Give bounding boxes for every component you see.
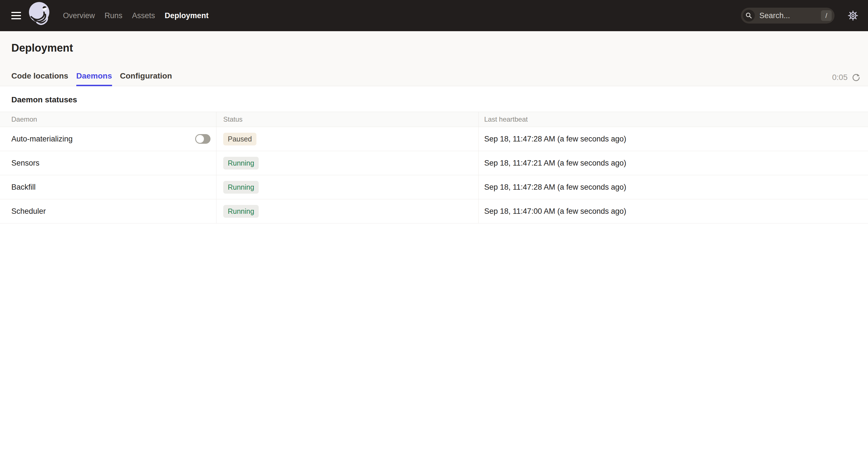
nav-link-runs[interactable]: Runs [105,11,123,20]
last-heartbeat-value: Sep 18, 11:47:28 AM (a few seconds ago) [478,175,868,199]
tab-bar: Code locations Daemons Configuration [11,71,172,86]
table-row: Backfill Running Sep 18, 11:47:28 AM (a … [0,175,868,199]
tab-configuration[interactable]: Configuration [120,71,172,86]
tab-daemons[interactable]: Daemons [76,71,112,86]
last-heartbeat-value: Sep 18, 11:47:28 AM (a few seconds ago) [478,127,868,151]
last-heartbeat-value: Sep 18, 11:47:21 AM (a few seconds ago) [478,151,868,175]
daemon-name: Backfill [11,183,36,192]
top-nav: Overview Runs Assets Deployment Search..… [0,0,868,31]
refresh-countdown: 0:05 [832,73,848,82]
toggle-knob [196,135,204,143]
status-badge: Running [223,181,259,194]
section-title: Daemon statuses [11,95,857,104]
nav-links: Overview Runs Assets Deployment [63,11,209,20]
content: Daemon statuses Daemon Status Last heart… [0,95,868,223]
search-icon [743,10,755,22]
table-header-row: Daemon Status Last heartbeat [0,112,868,127]
table-row: Sensors Running Sep 18, 11:47:21 AM (a f… [0,151,868,175]
search-placeholder: Search... [760,11,821,20]
daemon-status-table: Daemon Status Last heartbeat Auto-materi… [0,112,868,223]
nav-link-assets[interactable]: Assets [132,11,155,20]
page-header: Deployment Code locations Daemons Config… [0,31,868,86]
settings-gear-icon[interactable] [847,10,858,21]
search-input[interactable]: Search... / [741,8,835,24]
nav-link-deployment[interactable]: Deployment [165,11,209,20]
table-row: Scheduler Running Sep 18, 11:47:00 AM (a… [0,199,868,223]
daemon-name: Auto-materializing [11,135,73,143]
auto-materializing-toggle[interactable] [195,134,211,144]
refresh-area: 0:05 [832,73,861,82]
page-title: Deployment [11,31,857,54]
status-badge: Running [223,157,259,169]
status-badge: Running [223,205,259,218]
nav-link-overview[interactable]: Overview [63,11,95,20]
column-header-status: Status [216,112,478,127]
refresh-icon[interactable] [851,73,861,82]
dagster-logo-icon[interactable] [28,0,51,31]
column-header-daemon: Daemon [0,112,216,127]
menu-icon[interactable] [11,12,21,19]
daemon-name: Sensors [11,159,39,168]
tab-code-locations[interactable]: Code locations [11,71,68,86]
column-header-last-heartbeat: Last heartbeat [478,112,868,127]
search-shortcut-key: / [821,10,832,21]
status-badge: Paused [223,133,256,145]
table-row: Auto-materializing Paused Sep 18, 11:47:… [0,127,868,151]
daemon-name: Scheduler [11,207,46,216]
last-heartbeat-value: Sep 18, 11:47:00 AM (a few seconds ago) [478,199,868,223]
